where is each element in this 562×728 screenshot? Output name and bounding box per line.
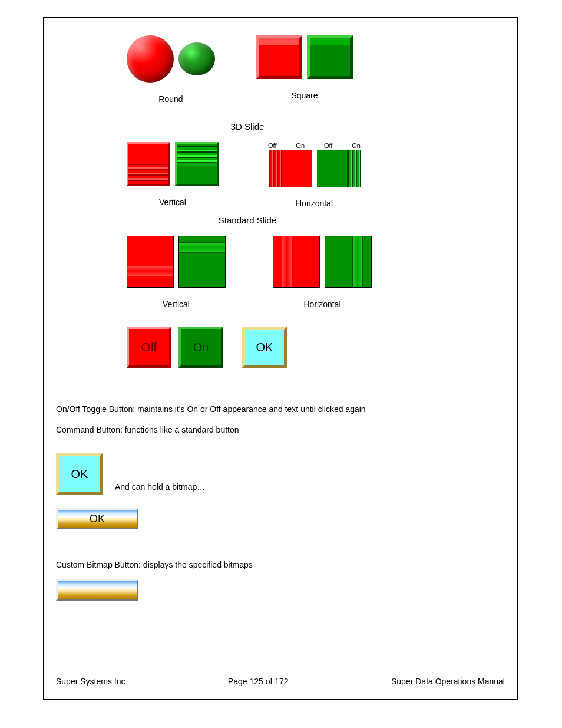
ok-button-1[interactable]: OK xyxy=(242,327,287,368)
std-horizontal-green xyxy=(325,236,372,288)
slide3d-vertical-green xyxy=(175,142,219,186)
bitmap-button-blank[interactable] xyxy=(56,579,138,601)
footer-left: Super Systems Inc xyxy=(56,677,125,686)
on-button[interactable]: On xyxy=(178,327,223,368)
round-button-green xyxy=(178,42,215,75)
shape-row-1: Round Square xyxy=(127,35,505,104)
round-label: Round xyxy=(158,94,183,104)
scale-labels: Off On Off On xyxy=(266,142,363,150)
toggle-button-row: Off On OK xyxy=(127,327,505,368)
heading-standard-slide: Standard Slide xyxy=(135,215,359,225)
square-button-red xyxy=(256,35,302,79)
horizontal-label-1: Horizontal xyxy=(296,199,333,208)
std-horizontal-red xyxy=(273,236,320,288)
square-button-green xyxy=(307,35,353,79)
document-page: Round Square 3D Slide Vertical Off On xyxy=(43,17,518,700)
scale-off-2: Off xyxy=(324,142,332,149)
slide3d-horizontal-red xyxy=(269,150,312,187)
slide3d-horizontal-green xyxy=(317,150,361,187)
square-group: Square xyxy=(256,35,353,104)
ok-button-2[interactable]: OK xyxy=(56,453,103,495)
std-vertical-green xyxy=(178,236,226,288)
std-vertical-red xyxy=(127,236,174,288)
round-group: Round xyxy=(127,35,215,104)
footer-center: Page 125 of 172 xyxy=(228,677,289,686)
footer-right: Super Data Operations Manual xyxy=(391,677,505,686)
scale-off-1: Off xyxy=(268,142,276,149)
square-label: Square xyxy=(291,91,318,100)
round-button-red xyxy=(127,35,174,83)
heading-3d-slide: 3D Slide xyxy=(135,121,359,131)
vertical-label-1: Vertical xyxy=(159,197,186,207)
std-vertical-group: Vertical xyxy=(127,236,226,309)
scale-on-2: On xyxy=(352,142,361,149)
bitmap-ok-button[interactable]: OK xyxy=(56,508,138,529)
page-footer: Super Systems Inc Page 125 of 172 Super … xyxy=(56,677,505,686)
ok-bitmap-block: OK And can hold a bitmap… xyxy=(56,453,505,495)
std-horizontal-group: Horizontal xyxy=(273,236,372,309)
slide3d-horizontal-group: Off On Off On Horizontal xyxy=(266,142,363,208)
slide3d-vertical-group: Vertical xyxy=(127,142,219,208)
shape-row-3: Vertical Horizontal xyxy=(127,236,505,309)
shape-row-2: Vertical Off On Off On Horizontal xyxy=(127,142,505,208)
scale-on-1: On xyxy=(296,142,305,149)
slide3d-vertical-red xyxy=(127,142,170,186)
off-button[interactable]: Off xyxy=(127,327,171,368)
horizontal-label-2: Horizontal xyxy=(303,299,340,309)
command-description: Command Button: functions like a standar… xyxy=(56,424,505,436)
bitmap-hold-text: And can hold a bitmap… xyxy=(115,482,205,495)
custom-bitmap-description: Custom Bitmap Button: displays the speci… xyxy=(56,559,505,571)
vertical-label-2: Vertical xyxy=(163,299,190,309)
toggle-description: On/Off Toggle Button: maintains it's On … xyxy=(56,403,505,416)
